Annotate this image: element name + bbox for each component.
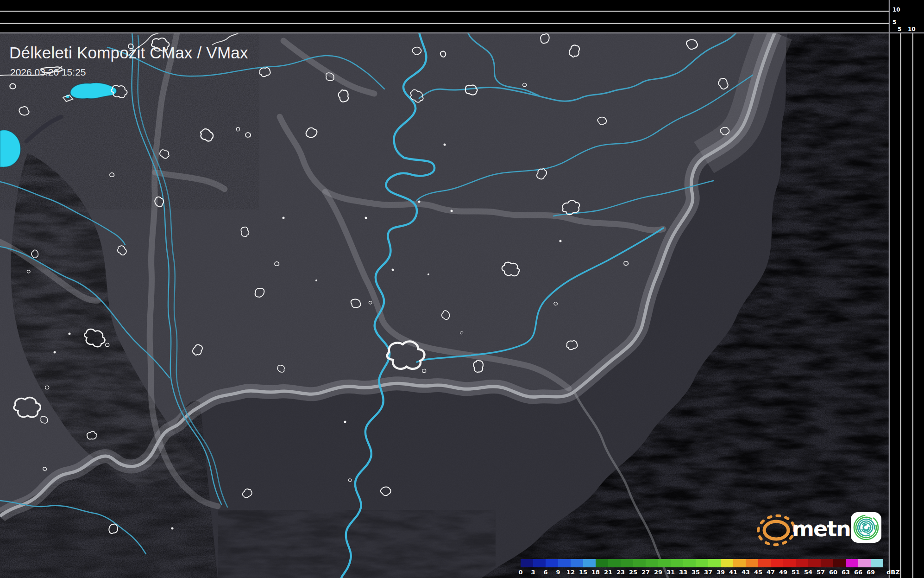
legend-swatch	[783, 559, 796, 567]
legend-tick: 51	[792, 569, 800, 576]
legend-swatch	[621, 559, 633, 567]
legend-swatch	[771, 559, 783, 567]
legend-tick: 60	[829, 569, 837, 576]
legend-cell: 3	[533, 559, 546, 567]
legend-swatch	[733, 559, 746, 567]
legend-tick: 12	[566, 569, 575, 576]
legend-unit: dBZ	[886, 569, 900, 576]
legend-cell: 51	[796, 559, 808, 567]
legend-swatch	[683, 559, 696, 567]
legend-swatch	[583, 559, 596, 567]
legend-cell: 37	[708, 559, 721, 567]
legend-swatch	[808, 559, 821, 567]
legend-cell: 49	[783, 559, 796, 567]
horizontal-ruler-tick-5: 5	[898, 26, 901, 32]
legend-cell: 39	[721, 559, 733, 567]
legend-tick: 3	[531, 569, 535, 576]
metnet-logo: metnet	[757, 509, 886, 548]
legend-cell: 18	[596, 559, 608, 567]
legend-swatch	[721, 559, 733, 567]
legend-cell: 43	[746, 559, 758, 567]
legend-cell: 0	[521, 559, 533, 567]
legend-swatch	[746, 559, 758, 567]
legend-swatch	[821, 559, 833, 567]
legend-tick: 47	[767, 569, 775, 576]
spiral-app-icon	[850, 512, 883, 544]
legend-cell: 60	[833, 559, 846, 567]
legend-tick: 25	[629, 569, 637, 576]
legend-swatch	[571, 559, 583, 567]
legend-tick: 54	[804, 569, 812, 576]
legend-cell: 29	[658, 559, 671, 567]
legend-swatch	[708, 559, 721, 567]
legend-swatch	[608, 559, 621, 567]
legend-cell: 54	[808, 559, 821, 567]
page-title: Délkeleti Kompozit CMax / VMax	[9, 44, 248, 62]
legend-cell: 6	[546, 559, 558, 567]
legend-tick: 39	[717, 569, 725, 576]
legend-tick: 0	[518, 569, 522, 576]
legend-tick: 66	[854, 569, 862, 576]
legend-tick: 45	[754, 569, 762, 576]
vertical-ruler-tick-5: 5	[893, 19, 896, 25]
legend-swatch	[833, 559, 846, 567]
legend-cell: 47	[771, 559, 783, 567]
radar-map-canvas	[0, 0, 924, 578]
legend-swatch	[846, 559, 858, 567]
legend-cell: 45	[758, 559, 771, 567]
legend-tick: 37	[704, 569, 712, 576]
legend-cell: 25	[633, 559, 646, 567]
legend-swatch	[521, 559, 533, 567]
legend-cell: 23	[621, 559, 633, 567]
legend-cell: 35	[696, 559, 708, 567]
legend-swatch	[858, 559, 871, 567]
legend-tick: 21	[604, 569, 612, 576]
legend-swatch	[533, 559, 546, 567]
legend-swatch	[758, 559, 771, 567]
legend-cell: 9	[558, 559, 571, 567]
legend-swatch	[546, 559, 558, 567]
legend-swatch	[633, 559, 646, 567]
sun-icon	[757, 509, 796, 548]
legend-tick: 49	[779, 569, 787, 576]
legend-swatch	[646, 559, 658, 567]
legend-cell: 15	[583, 559, 596, 567]
legend-tick: 23	[616, 569, 625, 576]
legend-tick: 27	[641, 569, 650, 576]
legend-cell: 31	[671, 559, 683, 567]
legend-cell: 27	[646, 559, 658, 567]
legend-swatch	[696, 559, 708, 567]
legend-tick: 41	[729, 569, 737, 576]
legend-tick: 31	[666, 569, 675, 576]
legend-cell: 21	[608, 559, 621, 567]
legend-swatch	[558, 559, 571, 567]
legend-cell: 41	[733, 559, 746, 567]
legend-swatch	[796, 559, 808, 567]
legend-tick: 15	[579, 569, 587, 576]
legend-cell: 12	[571, 559, 583, 567]
legend-tick: 35	[691, 569, 700, 576]
legend-swatch	[871, 559, 883, 567]
vertical-ruler-tick-10: 10	[893, 6, 900, 13]
legend-tick: 43	[742, 569, 750, 576]
legend-swatch	[671, 559, 683, 567]
legend-cell: 69	[871, 559, 883, 567]
legend-tick: 9	[556, 569, 560, 576]
legend-tick: 18	[591, 569, 600, 576]
radar-viewer: Délkeleti Kompozit CMax / VMax 2026.03.2…	[0, 0, 924, 578]
legend-tick: 6	[543, 569, 547, 576]
legend-cell: 57	[821, 559, 833, 567]
legend-tick: 69	[867, 569, 875, 576]
legend-tick: 29	[654, 569, 662, 576]
legend-tick: 63	[842, 569, 850, 576]
legend: 0369121518212325272931333537394143454749…	[521, 559, 919, 578]
legend-cell: 66	[858, 559, 871, 567]
legend-cell: 63	[846, 559, 858, 567]
legend-tick: 33	[679, 569, 687, 576]
horizontal-ruler-tick-10: 10	[908, 26, 916, 32]
legend-color-bar: 0369121518212325272931333537394143454749…	[521, 559, 919, 567]
legend-cell: 33	[683, 559, 696, 567]
legend-swatch	[596, 559, 608, 567]
map-layers	[0, 32, 889, 578]
timestamp: 2026.03.20 15:25	[10, 67, 86, 78]
